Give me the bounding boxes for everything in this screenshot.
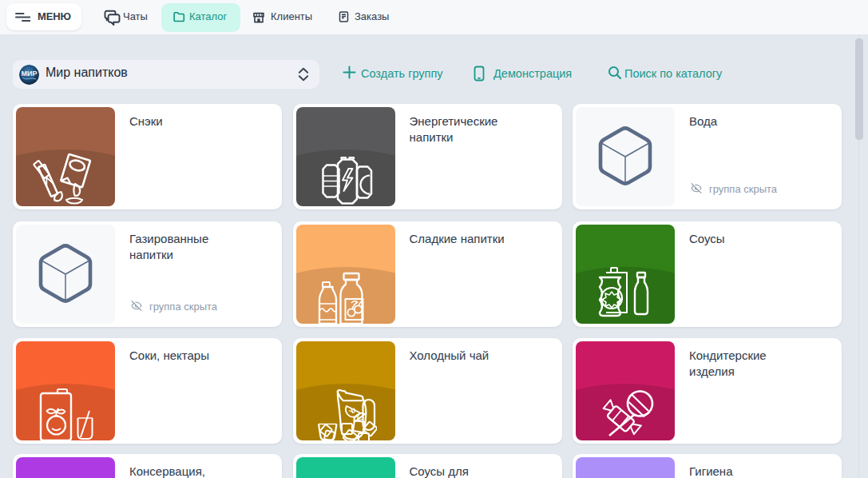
svg-text:МИР: МИР xyxy=(22,69,38,77)
